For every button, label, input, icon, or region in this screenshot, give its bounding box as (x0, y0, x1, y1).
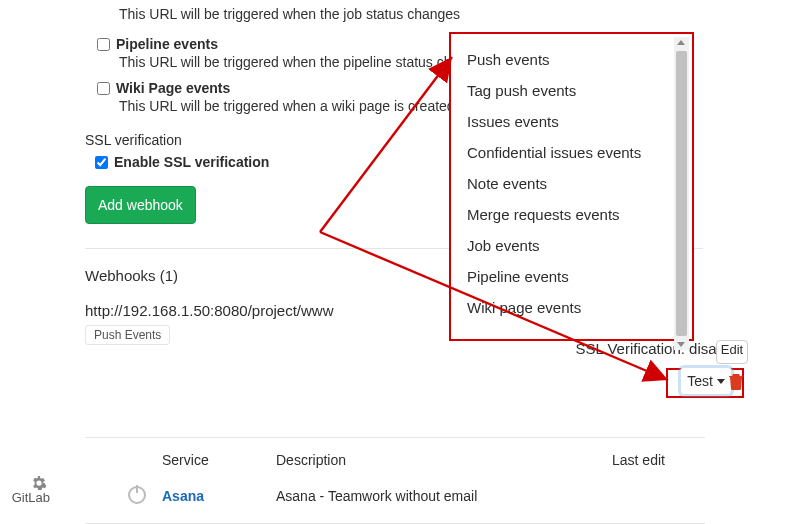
th-description: Description (276, 452, 612, 468)
dropdown-item-note-events[interactable]: Note events (451, 168, 692, 199)
services-table-header: Service Description Last edit (128, 442, 703, 478)
test-dropdown-button[interactable]: Test (680, 367, 732, 395)
scroll-down-icon[interactable] (677, 342, 685, 347)
event-wiki-label: Wiki Page events (116, 80, 230, 96)
service-link-asana[interactable]: Asana (162, 488, 204, 504)
scroll-thumb[interactable] (676, 51, 687, 336)
dropdown-item-job-events[interactable]: Job events (451, 230, 692, 261)
divider (85, 437, 705, 438)
sidebar-fragment: GitLab (0, 474, 50, 505)
job-event-description: This URL will be triggered when the job … (119, 6, 705, 22)
trash-icon[interactable] (728, 372, 744, 390)
dropdown-item-merge-requests-events[interactable]: Merge requests events (451, 199, 692, 230)
test-button-label: Test (687, 373, 713, 389)
webhook-event-pill: Push Events (85, 325, 170, 345)
scroll-up-icon[interactable] (677, 40, 685, 45)
add-webhook-button[interactable]: Add webhook (85, 186, 196, 224)
ssl-label: Enable SSL verification (114, 154, 269, 170)
th-last-edit: Last edit (612, 452, 692, 468)
dropdown-item-issues-events[interactable]: Issues events (451, 106, 692, 137)
sidebar-label[interactable]: GitLab (12, 490, 50, 505)
event-pipeline-label: Pipeline events (116, 36, 218, 52)
ssl-checkbox[interactable] (95, 156, 108, 169)
dropdown-item-confidential-issues-events[interactable]: Confidential issues events (451, 137, 692, 168)
dropdown-scrollbar[interactable] (674, 37, 689, 350)
dropdown-item-tag-push-events[interactable]: Tag push events (451, 75, 692, 106)
event-wiki-checkbox[interactable] (97, 82, 110, 95)
services-table-row: Asana Asana - Teamwork without email (128, 478, 703, 514)
test-dropdown-menu: Push events Tag push events Issues event… (449, 32, 694, 341)
edit-button[interactable]: Edit (716, 340, 748, 364)
power-icon[interactable] (128, 486, 146, 504)
dropdown-item-wiki-page-events[interactable]: Wiki page events (451, 292, 692, 323)
dropdown-item-pipeline-events[interactable]: Pipeline events (451, 261, 692, 292)
event-pipeline-checkbox[interactable] (97, 38, 110, 51)
th-service: Service (162, 452, 276, 468)
chevron-down-icon (717, 379, 725, 384)
service-description: Asana - Teamwork without email (276, 488, 612, 504)
dropdown-item-push-events[interactable]: Push events (451, 44, 692, 75)
gear-icon (32, 476, 46, 490)
